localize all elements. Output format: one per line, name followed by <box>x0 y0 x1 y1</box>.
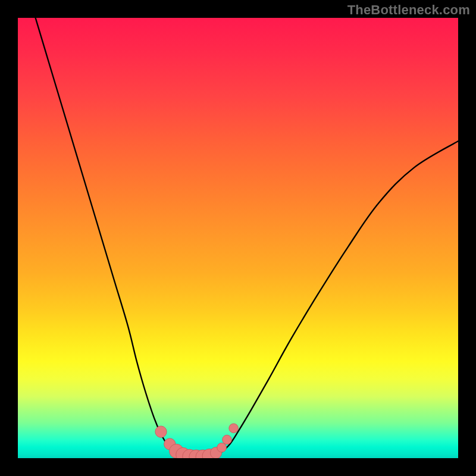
valley-marker <box>229 424 239 433</box>
chart-frame: TheBottleneck.com <box>0 0 476 476</box>
valley-marker-group <box>155 424 238 458</box>
curve-group <box>36 18 458 458</box>
plot-area <box>18 18 458 458</box>
bottleneck-curve-svg <box>18 18 458 458</box>
valley-marker <box>223 435 232 444</box>
valley-marker <box>217 443 227 452</box>
valley-marker <box>155 426 167 437</box>
watermark: TheBottleneck.com <box>347 2 470 18</box>
bottleneck-curve <box>36 18 458 458</box>
